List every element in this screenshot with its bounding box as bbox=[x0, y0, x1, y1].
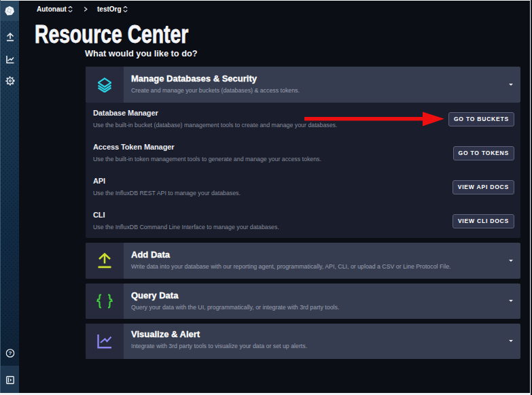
svg-text:?: ? bbox=[8, 350, 12, 356]
